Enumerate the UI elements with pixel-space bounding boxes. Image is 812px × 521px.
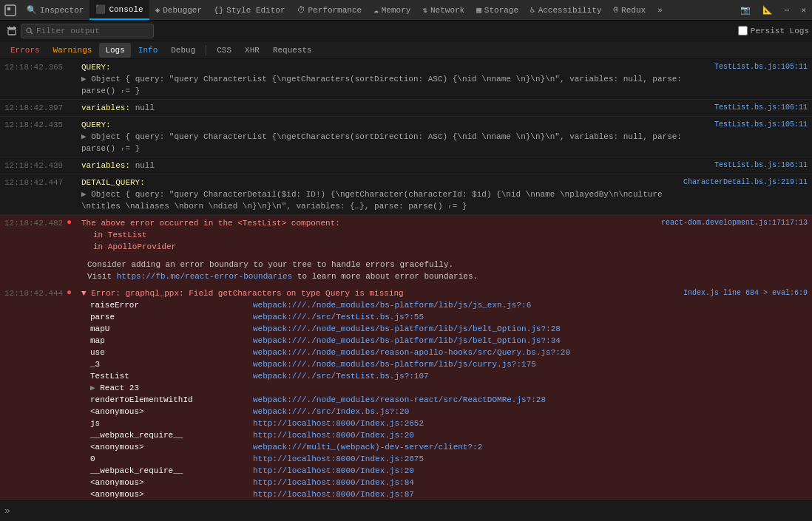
console-row: 12:18:42.435 QUERY: ▶ Object { query: "q… xyxy=(0,117,812,157)
memory-icon: ☁ xyxy=(373,5,379,15)
row-source[interactable]: CharacterDetail.bs.js:219:11 xyxy=(680,176,812,188)
log-line: Visit https://fb.me/react-error-boundari… xyxy=(81,270,655,282)
row-timestamp: 12:18:42.435 xyxy=(0,118,67,131)
stack-entry: renderToElementWithIdwebpack:///./node_m… xyxy=(90,394,677,406)
console-row: 12:18:42.447 DETAIL_QUERY: ▶ Object { qu… xyxy=(0,174,812,215)
stack-entry: raiseErrorwebpack:///./node_modules/bs-p… xyxy=(90,299,677,311)
tab-errors[interactable]: Errors xyxy=(4,43,46,58)
log-line: in TestList xyxy=(81,229,655,241)
expand-icon[interactable]: ▼ xyxy=(81,289,87,298)
stack-entry: 0http://localhost:8000/Index.js:2675 xyxy=(90,453,677,465)
responsive-button[interactable]: 📐 xyxy=(757,0,779,20)
row-timestamp: 12:18:42.444 xyxy=(0,287,67,299)
tab-memory[interactable]: ☁ Memory xyxy=(368,0,416,20)
stack-entry: <anonymous>http://localhost:8000/Index.j… xyxy=(90,488,677,500)
row-icon xyxy=(67,101,78,102)
redux-icon: ® xyxy=(614,6,619,15)
log-line: DETAIL_QUERY: xyxy=(81,177,677,188)
console-arrow: » xyxy=(4,505,10,517)
stack-entry: mapwebpack:///./node_modules/bs-platform… xyxy=(90,335,677,347)
debugger-icon: ◈ xyxy=(155,5,160,15)
filter-input[interactable] xyxy=(36,27,140,35)
log-line xyxy=(81,253,655,259)
persist-logs-checkbox[interactable] xyxy=(738,26,748,35)
filter-input-wrap xyxy=(21,24,154,38)
responsive-icon: 📐 xyxy=(762,5,773,15)
tab-console[interactable]: ⬛ Console xyxy=(89,0,149,20)
error-icon: ● xyxy=(67,217,72,228)
console-input[interactable] xyxy=(15,507,808,516)
tab-separator xyxy=(206,45,206,55)
row-content: ▼ Error: graphql_ppx: Field getCharacter… xyxy=(78,287,680,500)
console-row: 12:18:42.365 QUERY: ▶ Object { query: "q… xyxy=(0,59,812,100)
row-source[interactable]: TestList.bs.js:106:11 xyxy=(711,101,812,114)
row-icon: ● xyxy=(67,287,78,298)
screenshot-button[interactable]: 📷 xyxy=(734,0,757,20)
log-line: QUERY: xyxy=(81,61,708,73)
svg-rect-2 xyxy=(7,27,16,29)
react-expand-icon[interactable]: ▶ xyxy=(90,384,95,392)
close-button[interactable]: ✕ xyxy=(795,0,812,20)
row-content: variables: null xyxy=(78,101,711,115)
row-source[interactable]: TestList.bs.js:105:11 xyxy=(711,61,812,73)
row-timestamp: 12:18:42.365 xyxy=(0,61,67,73)
tab-storage[interactable]: ▦ Storage xyxy=(470,0,524,20)
storage-icon: ▦ xyxy=(476,5,481,15)
tab-requests[interactable]: Requests xyxy=(267,43,318,58)
log-line: The above error occurred in the <TestLis… xyxy=(81,217,655,229)
tab-style-editor[interactable]: {} Style Editor xyxy=(208,0,291,20)
tab-performance[interactable]: ⏱ Performance xyxy=(291,0,368,20)
log-line: Consider adding an error boundary to you… xyxy=(81,259,655,270)
tab-debugger[interactable]: ◈ Debugger xyxy=(149,0,208,20)
logtabs: Errors Warnings Logs Info Debug CSS XHR … xyxy=(0,41,812,59)
row-icon: ● xyxy=(67,217,78,228)
tab-info[interactable]: Info xyxy=(132,43,163,58)
stack-entry: mapUwebpack:///./node_modules/bs-platfor… xyxy=(90,323,677,335)
row-source[interactable]: Index.js line 684 > eval:6:9 xyxy=(680,287,812,299)
stack-entry: usewebpack:///./node_modules/reason-apol… xyxy=(90,347,677,358)
tab-logs[interactable]: Logs xyxy=(99,43,130,58)
performance-icon: ⏱ xyxy=(297,5,305,15)
toolbar: 🔍 Inspector ⬛ Console ◈ Debugger {} Styl… xyxy=(0,0,812,21)
screenshot-icon: 📷 xyxy=(740,5,751,15)
tab-redux[interactable]: ® Redux xyxy=(608,0,652,20)
tab-debug[interactable]: Debug xyxy=(165,43,201,58)
expand-icon[interactable]: ▶ xyxy=(81,132,87,141)
clear-console-button[interactable] xyxy=(3,23,21,39)
style-editor-icon: {} xyxy=(214,6,223,15)
console-row: 12:18:42.397 variables: null TestList.bs… xyxy=(0,100,812,117)
log-line: ▶ Object { query: "query CharacterList {… xyxy=(81,131,708,154)
row-content: QUERY: ▶ Object { query: "query Characte… xyxy=(78,118,711,155)
console-row: 12:18:42.439 variables: null TestList.bs… xyxy=(0,157,812,174)
svg-line-7 xyxy=(31,32,33,34)
more-tabs-button[interactable]: » xyxy=(652,0,669,20)
stack-entry: _3webpack:///./node_modules/bs-platform/… xyxy=(90,358,677,370)
console-output[interactable]: 12:18:42.365 QUERY: ▶ Object { query: "q… xyxy=(0,59,812,500)
row-source[interactable]: react-dom.development.js:17117:13 xyxy=(658,217,812,229)
row-source[interactable]: TestList.bs.js:106:11 xyxy=(711,159,812,171)
more-icon: » xyxy=(657,6,663,15)
search-icon xyxy=(26,27,33,35)
expand-icon[interactable]: ▶ xyxy=(81,75,87,84)
row-source[interactable]: TestList.bs.js:105:11 xyxy=(711,118,812,131)
tab-network[interactable]: ⇅ Network xyxy=(416,0,470,20)
expand-icon[interactable]: ▶ xyxy=(81,190,87,199)
tab-xhr[interactable]: XHR xyxy=(239,43,265,58)
log-line: ▶ Object { query: "query CharacterDetail… xyxy=(81,188,677,212)
stack-entry: parsewebpack:///./src/TestList.bs.js?:55 xyxy=(90,311,677,323)
options-button[interactable]: ⋯ xyxy=(779,0,796,20)
stack-entry: jshttp://localhost:8000/Index.js:2652 xyxy=(90,418,677,429)
stack-entry: <anonymous>webpack:///multi_(webpack)-de… xyxy=(90,441,677,453)
tab-css[interactable]: CSS xyxy=(211,43,237,58)
tab-inspector[interactable]: 🔍 Inspector xyxy=(21,0,89,20)
log-line: in ApolloProvider xyxy=(81,241,655,253)
tab-warnings[interactable]: Warnings xyxy=(47,43,98,58)
row-icon xyxy=(67,176,78,177)
filterbar: Persist Logs xyxy=(0,21,812,41)
console-icon: ⬛ xyxy=(95,4,106,14)
tab-accessibility[interactable]: ♿ Accessibility xyxy=(524,0,607,20)
row-icon xyxy=(67,159,78,160)
persist-logs-label: Persist Logs xyxy=(751,27,809,35)
bottombar: » xyxy=(0,500,812,521)
row-timestamp: 12:18:42.482 xyxy=(0,217,67,229)
